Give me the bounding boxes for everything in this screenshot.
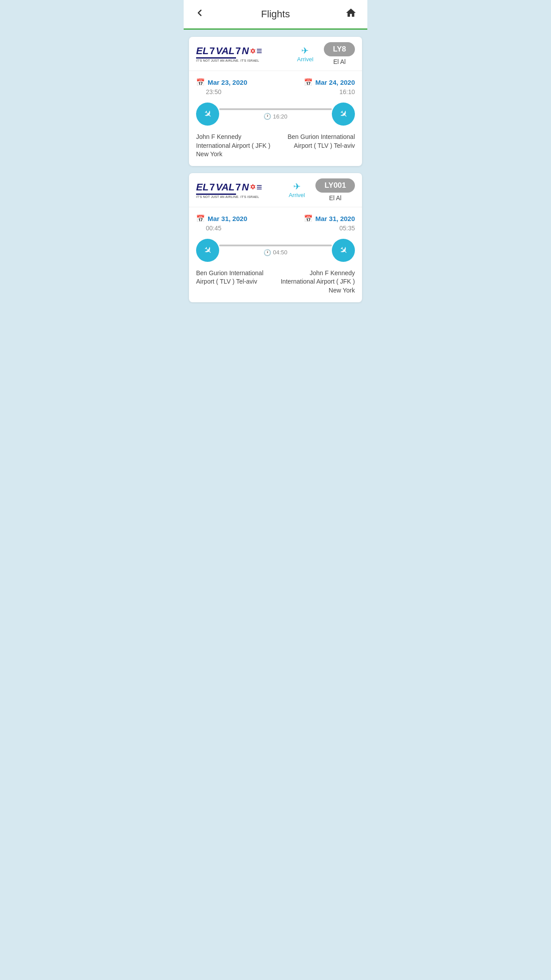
departure-date-block-1: 📅 Mar 23, 2020 23:50 [196,78,247,95]
airline-tagline-2: IT'S NOT JUST AN AIRLINE. IT'S ISRAEL [196,195,262,198]
departure-airport-1: John F Kennedy International Airport ( J… [196,133,272,159]
card-header-2: EL 7 VAL 7 N ✡ ≡ IT'S NOT JUST AN AIRLIN… [189,173,362,207]
plane-icon-1: ✈ [301,45,309,56]
arrival-plane-circle-2: ✈ [332,239,355,262]
duration-label-1: 🕐 16:20 [264,113,287,120]
airline-name-2: El Al [315,194,355,202]
arrival-airport-1: Ben Gurion International Airport ( TLV )… [279,133,355,159]
airline-tagline-1: IT'S NOT JUST AN AIRLINE. IT'S ISRAEL [196,59,262,62]
card-body-2: 📅 Mar 31, 2020 00:45 📅 Mar 31, 2020 05:3… [189,207,362,302]
card-header-1: EL 7 VAL 7 N ✡ ≡ IT'S NOT JUST AN AIRLIN… [189,37,362,71]
departure-plane-icon-2: ✈ [201,243,214,257]
arrival-time-1: 16:10 [330,88,355,95]
airline-logo-2: EL 7 VAL 7 N ✡ ≡ IT'S NOT JUST AN AIRLIN… [196,182,262,198]
route-line-1: 🕐 16:20 [219,108,332,120]
arrival-date-label-1: 📅 Mar 24, 2020 [304,78,355,87]
dates-row-2: 📅 Mar 31, 2020 00:45 📅 Mar 31, 2020 05:3… [196,214,355,232]
departure-plane-circle-2: ✈ [196,239,219,262]
departure-plane-circle-1: ✈ [196,103,219,126]
route-row-1: ✈ 🕐 16:20 ✈ [196,103,355,126]
flight-number-1: LY8 [324,42,355,56]
route-row-2: ✈ 🕐 04:50 ✈ [196,239,355,262]
arrival-badge-2: ✈ Arrivel [289,181,305,198]
flight-type-1: Arrivel [297,56,314,63]
departure-time-1: 23:50 [196,88,221,95]
arrival-badge-1: ✈ Arrivel [297,45,314,63]
flight-type-2: Arrivel [289,192,305,198]
flights-list: EL 7 VAL 7 N ✡ ≡ IT'S NOT JUST AN AIRLIN… [184,30,367,309]
arrival-date-label-2: 📅 Mar 31, 2020 [304,214,355,223]
airports-row-2: Ben Gurion International Airport ( TLV )… [196,269,355,295]
back-button[interactable] [193,6,207,23]
duration-label-2: 🕐 04:50 [264,249,287,256]
departure-plane-icon-1: ✈ [201,107,214,121]
card-body-1: 📅 Mar 23, 2020 23:50 📅 Mar 24, 2020 16:1… [189,71,362,166]
route-line-2: 🕐 04:50 [219,245,332,256]
clock-icon-2: 🕐 [264,249,271,256]
dates-row-1: 📅 Mar 23, 2020 23:50 📅 Mar 24, 2020 16:1… [196,78,355,95]
departure-date-label-2: 📅 Mar 31, 2020 [196,214,247,223]
airline-name-1: El Al [324,58,355,65]
departure-time-2: 00:45 [196,225,221,232]
flight-card-1[interactable]: EL 7 VAL 7 N ✡ ≡ IT'S NOT JUST AN AIRLIN… [189,37,362,166]
arrival-time-2: 05:35 [330,225,355,232]
arrival-plane-circle-1: ✈ [332,103,355,126]
header: Flights [184,0,367,30]
home-button[interactable] [343,5,358,23]
arrival-airport-2: John F Kennedy International Airport ( J… [279,269,355,295]
clock-icon-1: 🕐 [264,113,271,120]
airports-row-1: John F Kennedy International Airport ( J… [196,133,355,159]
arrival-date-block-1: 📅 Mar 24, 2020 16:10 [304,78,355,95]
page-title: Flights [261,8,290,20]
flight-number-badge-1: LY8 El Al [324,42,355,65]
arrival-date-block-2: 📅 Mar 31, 2020 05:35 [304,214,355,232]
calendar-icon-arr-1: 📅 [304,78,313,87]
flight-number-badge-2: LY001 El Al [315,178,355,202]
airline-logo-1: EL 7 VAL 7 N ✡ ≡ IT'S NOT JUST AN AIRLIN… [196,45,262,62]
flight-number-2: LY001 [315,178,355,193]
arrival-plane-icon-1: ✈ [336,107,350,121]
flight-card-2[interactable]: EL 7 VAL 7 N ✡ ≡ IT'S NOT JUST AN AIRLIN… [189,173,362,302]
calendar-icon-arr-2: 📅 [304,214,313,223]
calendar-icon-dep-2: 📅 [196,214,205,223]
departure-date-block-2: 📅 Mar 31, 2020 00:45 [196,214,247,232]
plane-icon-2: ✈ [293,181,301,192]
calendar-icon-dep-1: 📅 [196,78,205,87]
arrival-plane-icon-2: ✈ [336,243,350,257]
departure-airport-2: Ben Gurion International Airport ( TLV )… [196,269,272,295]
departure-date-label-1: 📅 Mar 23, 2020 [196,78,247,87]
